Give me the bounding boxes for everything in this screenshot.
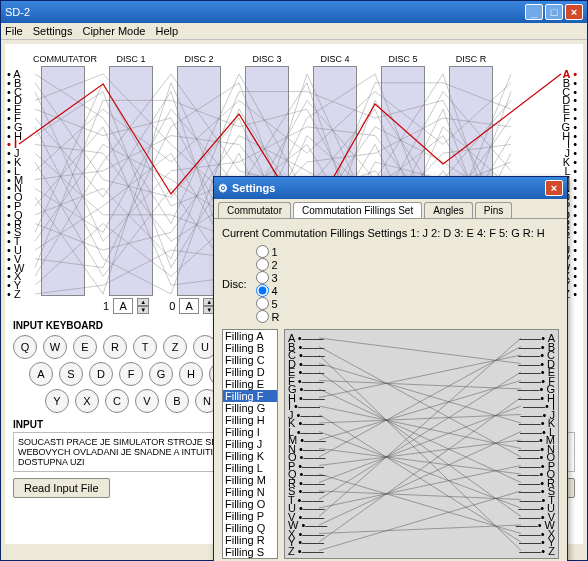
svg-line-188 <box>319 389 521 483</box>
svg-line-183 <box>319 347 521 458</box>
key-g[interactable]: G <box>149 362 173 386</box>
tab-pins[interactable]: Pins <box>475 202 512 218</box>
disc-radio-4[interactable]: 4 <box>256 284 279 297</box>
filling-item[interactable]: Filling C <box>223 354 277 366</box>
filling-item[interactable]: Filling E <box>223 378 277 390</box>
svg-line-199 <box>319 406 521 483</box>
svg-line-194 <box>319 381 521 441</box>
rotor-letters-left: • A• B• C• D• E• F• G• H• I• J• K• L• M•… <box>7 70 24 299</box>
svg-line-185 <box>319 364 521 424</box>
menu-help[interactable]: Help <box>155 25 178 37</box>
svg-line-205 <box>319 525 521 534</box>
minimize-icon[interactable]: _ <box>525 4 543 20</box>
key-h[interactable]: H <box>179 362 203 386</box>
maximize-icon[interactable]: □ <box>545 4 563 20</box>
key-w[interactable]: W <box>43 335 67 359</box>
filling-item[interactable]: Filling S <box>223 546 277 558</box>
disc-radio-2[interactable]: 2 <box>256 258 279 271</box>
filling-item[interactable]: Filling H <box>223 414 277 426</box>
svg-line-184 <box>319 355 521 551</box>
disc-box <box>41 66 85 296</box>
disc-header: DISC 4 <box>305 54 365 64</box>
disc-column: DISC 1 <box>101 54 161 296</box>
filling-item[interactable]: Filling N <box>223 486 277 498</box>
filling-list[interactable]: Filling AFilling BFilling CFilling DFill… <box>222 329 278 559</box>
filling-item[interactable]: Filling G <box>223 402 277 414</box>
disc-radio-3[interactable]: 3 <box>256 271 279 284</box>
filling-item[interactable]: Filling M <box>223 474 277 486</box>
tab-commutator[interactable]: Commutator <box>218 202 291 218</box>
counter-number: 0 <box>169 300 175 312</box>
menu-file[interactable]: File <box>5 25 23 37</box>
key-y[interactable]: Y <box>45 389 69 413</box>
disc-radio-1[interactable]: 1 <box>256 245 279 258</box>
disc-radio-5[interactable]: 5 <box>256 297 279 310</box>
disc-box <box>109 66 153 296</box>
disc-header: DISC 5 <box>373 54 433 64</box>
disc-label: Disc: <box>222 278 246 290</box>
svg-line-195 <box>319 449 521 475</box>
svg-line-190 <box>319 406 521 449</box>
disc-header: DISC 1 <box>101 54 161 64</box>
dialog-title: Settings <box>232 182 275 194</box>
disc-header: DISC 3 <box>237 54 297 64</box>
tab-commutation-fillings-set[interactable]: Commutation Fillings Set <box>293 202 422 218</box>
menubar: File Settings Cipher Mode Help <box>1 23 587 40</box>
key-r[interactable]: R <box>103 335 127 359</box>
key-x[interactable]: X <box>75 389 99 413</box>
svg-line-187 <box>319 381 521 390</box>
key-e[interactable]: E <box>73 335 97 359</box>
settings-dialog: ⚙ Settings × Commutator Commutation Fill… <box>213 176 568 561</box>
close-icon[interactable]: × <box>565 4 583 20</box>
key-s[interactable]: S <box>59 362 83 386</box>
svg-line-192 <box>319 415 521 424</box>
counter-input[interactable] <box>179 298 199 314</box>
tab-angles[interactable]: Angles <box>424 202 473 218</box>
filling-item[interactable]: Filling D <box>223 366 277 378</box>
counter-number: 1 <box>103 300 109 312</box>
filling-item[interactable]: Filling R <box>223 534 277 546</box>
gear-icon: ⚙ <box>218 182 228 195</box>
key-v[interactable]: V <box>135 389 159 413</box>
filling-item[interactable]: Filling F <box>223 390 277 402</box>
disc-column: COMMUTATOR <box>33 54 93 296</box>
key-b[interactable]: B <box>165 389 189 413</box>
filling-item[interactable]: Filling L <box>223 462 277 474</box>
key-f[interactable]: F <box>119 362 143 386</box>
key-t[interactable]: T <box>133 335 157 359</box>
counter-input[interactable] <box>113 298 133 314</box>
svg-line-182 <box>319 338 521 364</box>
svg-line-203 <box>319 338 521 517</box>
filling-item[interactable]: Filling B <box>223 342 277 354</box>
menu-settings[interactable]: Settings <box>33 25 73 37</box>
key-c[interactable]: C <box>105 389 129 413</box>
svg-line-196 <box>319 347 521 458</box>
current-settings-summary: Current Commutation Fillings Settings 1:… <box>222 227 559 239</box>
filling-item[interactable]: Filling A <box>223 330 277 342</box>
menu-cipher-mode[interactable]: Cipher Mode <box>82 25 145 37</box>
filling-item[interactable]: Filling Q <box>223 522 277 534</box>
dialog-close-icon[interactable]: × <box>545 180 563 196</box>
key-a[interactable]: A <box>29 362 53 386</box>
read-input-file-button[interactable]: Read Input File <box>13 478 110 498</box>
svg-line-206 <box>319 398 521 543</box>
svg-line-193 <box>319 432 521 509</box>
svg-line-207 <box>319 491 521 551</box>
svg-line-197 <box>319 440 521 466</box>
filling-item[interactable]: Filling P <box>223 510 277 522</box>
key-z[interactable]: Z <box>163 335 187 359</box>
svg-line-189 <box>319 355 521 398</box>
filling-item[interactable]: Filling I <box>223 426 277 438</box>
dialog-tabs: Commutator Commutation Fillings Set Angl… <box>214 199 567 219</box>
filling-item[interactable]: Filling J <box>223 438 277 450</box>
filling-item[interactable]: Filling T <box>223 558 277 559</box>
filling-item[interactable]: Filling O <box>223 498 277 510</box>
disc-radio-R[interactable]: R <box>256 310 279 323</box>
svg-line-202 <box>319 466 521 509</box>
key-d[interactable]: D <box>89 362 113 386</box>
step-down-icon[interactable]: ▼ <box>137 306 149 314</box>
key-q[interactable]: Q <box>13 335 37 359</box>
disc-header: DISC 2 <box>169 54 229 64</box>
step-up-icon[interactable]: ▲ <box>137 298 149 306</box>
filling-item[interactable]: Filling K <box>223 450 277 462</box>
